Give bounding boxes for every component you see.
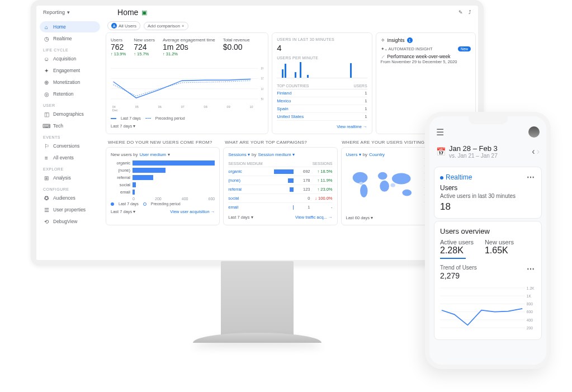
hbar-row: referral [111, 175, 215, 180]
sparkle-icon: ✦₊ [381, 46, 387, 51]
monitor-base [193, 333, 322, 343]
view-user-acquisition-link[interactable]: View user acquisition → [170, 209, 215, 214]
sidebar-item-home[interactable]: ⌂Home [40, 21, 100, 32]
sidebar-item-user-properties[interactable]: ☰User properties [40, 204, 100, 215]
svg-text:400: 400 [527, 318, 533, 322]
calendar-icon[interactable]: 📅 [436, 147, 446, 156]
mini-bar [307, 75, 309, 78]
mini-bar [282, 69, 283, 78]
sidebar-item-tech[interactable]: ⌨Tech [40, 120, 100, 131]
dimension-dropdown[interactable]: Users ▾ by Country [346, 152, 421, 157]
all-users-chip[interactable]: AAll Users [107, 21, 140, 30]
main-content: AAll Users Add comparison+ Users76213.9%… [103, 19, 478, 260]
date-range[interactable]: Jan 28 – Feb 3 [449, 144, 498, 153]
sidebar-category: USER [40, 100, 100, 108]
sidebar-item-realtime[interactable]: ◷Realtime [40, 33, 100, 44]
chevron-down-icon: ▾ [67, 10, 70, 15]
realtime-card: USERS IN LAST 30 MINUTES 4 USERS PER MIN… [272, 32, 372, 134]
sidebar-item-engagement[interactable]: ✦Engagement [40, 65, 100, 76]
more-icon[interactable]: ⋯ [527, 173, 536, 182]
metric-users[interactable]: Users76213.9% [111, 37, 126, 56]
sidebar: ⌂Home◷Realtime LIFE CYCLE☺Acquisition✦En… [36, 19, 103, 260]
svg-text:200: 200 [527, 326, 533, 330]
topbar: Reporting▾ Home ▣ ✎ ⤴ [36, 6, 478, 19]
metric-revenue[interactable]: Total revenue$0.00 [223, 37, 250, 56]
svg-text:06: 06 [158, 105, 162, 108]
sidebar-item-monetization[interactable]: ⊕Monetization [40, 77, 100, 88]
monitor-stand [221, 261, 294, 337]
sidebar-item-debugview[interactable]: ⟲DebugView [40, 216, 100, 227]
trend-icon: ⟋ [381, 54, 385, 59]
session-row[interactable]: (none)178↑ 11.9% [228, 176, 332, 185]
svg-text:1.2K: 1.2K [527, 286, 535, 290]
view-traffic-acq-link[interactable]: View traffic acq... → [295, 215, 332, 220]
country-row[interactable]: Mexico1 [277, 97, 367, 105]
nav-icon: ✪ [43, 195, 50, 201]
dimension-dropdown[interactable]: Sessions ▾ by Session medium ▾ [228, 152, 332, 157]
new-users-metric[interactable]: New users 1.65K [485, 239, 514, 259]
svg-point-20 [391, 173, 410, 184]
timeframe-dropdown[interactable]: Last 7 days ▾ [111, 124, 135, 129]
session-row[interactable]: social0↓ 100.0% [228, 193, 332, 202]
reporting-dropdown[interactable]: Reporting▾ [43, 10, 70, 15]
svg-text:Dec: Dec [112, 108, 118, 112]
svg-text:08: 08 [204, 105, 207, 108]
sidebar-item-acquisition[interactable]: ☺Acquisition [40, 53, 100, 64]
svg-text:09: 09 [227, 105, 230, 108]
sidebar-item-demographics[interactable]: ◫Demographics [40, 108, 100, 120]
nav-icon: ◎ [43, 91, 50, 97]
chart-legend: Last 7 days Preceding period [111, 116, 263, 120]
dimension-dropdown[interactable]: New users by User medium ▾ [111, 152, 215, 157]
metric-engagement[interactable]: Average engagement time1m 20s31.2% [163, 37, 215, 56]
timeframe-dropdown[interactable]: Last 7 days ▾ [228, 215, 253, 220]
timeframe-dropdown[interactable]: Last 60 days ▾ [346, 215, 374, 220]
timeframe-dropdown[interactable]: Last 7 days ▾ [111, 209, 135, 214]
phone-screen: ☰ 📅 Jan 28 – Feb 3 vs. Jan 21 – Jan 27 ‹… [429, 116, 546, 365]
sidebar-item-analysis[interactable]: ⊞Analysis [40, 172, 100, 183]
nav-icon: ☰ [43, 206, 50, 213]
svg-text:100: 100 [261, 87, 264, 91]
sidebar-item-all-events[interactable]: ≡All events [40, 152, 100, 163]
trend-chart: 1.2K 1K 800 600 400 200 [440, 282, 536, 333]
add-comparison-button[interactable]: Add comparison+ [144, 22, 188, 30]
hbar-row: social [111, 182, 215, 187]
metric-new_users[interactable]: New users72415.7% [134, 37, 155, 56]
main-line-chart: 200 150 100 50 04Dec 0506 0708 0910 [111, 61, 263, 114]
svg-text:600: 600 [527, 310, 533, 314]
sidebar-category: EVENTS [40, 132, 100, 140]
view-realtime-link[interactable]: View realtime → [337, 124, 367, 129]
country-row[interactable]: United States1 [277, 113, 367, 121]
sessions-card: Sessions ▾ by Session medium ▾ SESSION M… [223, 147, 337, 225]
edit-icon[interactable]: ✎ [458, 10, 463, 15]
insight-item[interactable]: ⟋ Performance week-over-week From Novemb… [381, 54, 471, 64]
nav-icon: ⌂ [43, 23, 50, 30]
session-row[interactable]: email1- [228, 202, 332, 211]
share-icons: ✎ ⤴ [458, 10, 471, 15]
users-per-minute-bars [277, 62, 367, 78]
desktop-monitor-frame: Reporting▾ Home ▣ ✎ ⤴ ⌂Home◷Realtime LIF… [31, 0, 484, 266]
phone-realtime-card: Realtime ⋯ Users Active users in last 30… [434, 167, 542, 219]
prev-period-button[interactable]: ‹ [532, 147, 535, 156]
nav-icon: ⚐ [43, 143, 50, 149]
more-icon[interactable]: ⋯ [527, 265, 536, 280]
country-row[interactable]: Spain1 [277, 105, 367, 113]
metrics-overview-card: Users76213.9%New users72415.7%Average en… [106, 32, 268, 134]
svg-point-16 [352, 172, 367, 183]
sidebar-item-retention[interactable]: ◎Retention [40, 88, 100, 100]
phone-frame: ☰ 📅 Jan 28 – Feb 3 vs. Jan 21 – Jan 27 ‹… [425, 112, 551, 369]
country-row[interactable]: Finland1 [277, 89, 367, 97]
chevron-down-icon: ▾ [168, 152, 170, 157]
sidebar-item-conversions[interactable]: ⚐Conversions [40, 140, 100, 152]
session-row[interactable]: referral123↑ 23.0% [228, 185, 332, 193]
sidebar-category: EXPLORE [40, 164, 100, 172]
share-icon[interactable]: ⤴ [469, 10, 471, 15]
next-period-button[interactable]: › [537, 147, 540, 156]
session-row[interactable]: organic692↑ 18.5% [228, 167, 332, 176]
sidebar-category: LIFE CYCLE [40, 45, 100, 53]
avatar[interactable] [528, 126, 540, 138]
active-users-metric[interactable]: Active users 2.28K [440, 239, 474, 259]
hamburger-menu-icon[interactable]: ☰ [436, 127, 444, 138]
new-users-card: New users by User medium ▾ organic(none)… [106, 147, 220, 225]
desktop-screen: Reporting▾ Home ▣ ✎ ⤴ ⌂Home◷Realtime LIF… [36, 6, 478, 260]
sidebar-item-audiences[interactable]: ✪Audiences [40, 192, 100, 204]
